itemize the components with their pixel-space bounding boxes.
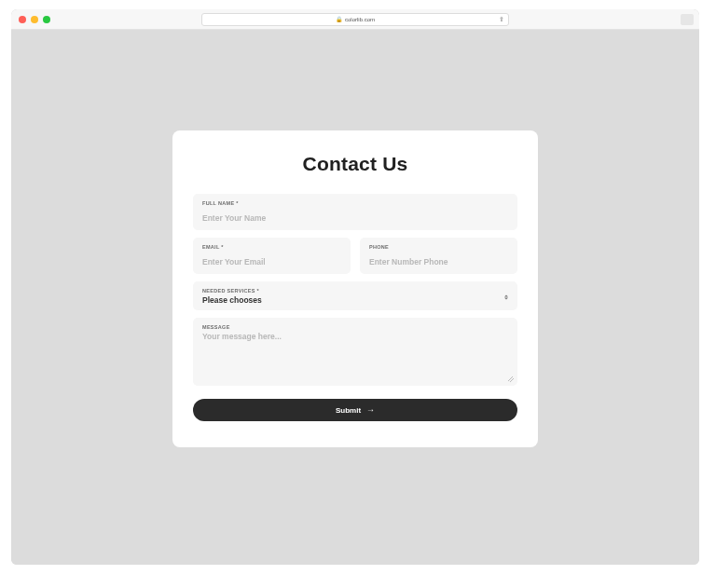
close-window-button[interactable] xyxy=(19,16,26,23)
email-field: EMAIL * xyxy=(193,238,351,274)
address-url: colorlib.com xyxy=(345,17,375,22)
tabs-button[interactable] xyxy=(681,14,694,25)
submit-button[interactable]: Submit → xyxy=(193,399,517,421)
submit-button-label: Submit xyxy=(336,406,361,415)
screenshot-root: 🔒 colorlib.com ⇪ Contact Us FULL NAME * … xyxy=(0,0,716,588)
message-label: MESSAGE xyxy=(202,324,508,330)
message-textarea[interactable] xyxy=(202,332,508,373)
arrow-right-icon: → xyxy=(366,406,375,415)
form-heading: Contact Us xyxy=(193,153,517,175)
select-chevron-icon xyxy=(504,294,508,299)
services-field[interactable]: NEEDED SERVICES * Please chooses xyxy=(193,281,517,310)
minimize-window-button[interactable] xyxy=(31,16,38,23)
services-selected: Please chooses xyxy=(202,295,508,305)
window-controls xyxy=(19,16,50,23)
contact-form-card: Contact Us FULL NAME * EMAIL * PHONE xyxy=(172,130,538,447)
message-field: MESSAGE xyxy=(193,318,517,386)
full-name-input[interactable] xyxy=(202,213,508,223)
email-phone-row: EMAIL * PHONE xyxy=(193,238,517,274)
address-bar[interactable]: 🔒 colorlib.com ⇪ xyxy=(201,13,509,26)
share-icon[interactable]: ⇪ xyxy=(499,16,504,23)
phone-field: PHONE xyxy=(360,238,517,274)
maximize-window-button[interactable] xyxy=(43,16,50,23)
browser-titlebar: 🔒 colorlib.com ⇪ xyxy=(11,9,699,30)
page-viewport: Contact Us FULL NAME * EMAIL * PHONE xyxy=(11,30,699,565)
phone-input[interactable] xyxy=(369,257,508,267)
email-label: EMAIL * xyxy=(202,244,341,250)
full-name-field: FULL NAME * xyxy=(193,194,517,230)
lock-icon: 🔒 xyxy=(336,16,342,22)
services-label: NEEDED SERVICES * xyxy=(202,288,508,294)
phone-label: PHONE xyxy=(369,244,508,250)
email-input[interactable] xyxy=(202,257,341,267)
browser-window: 🔒 colorlib.com ⇪ Contact Us FULL NAME * … xyxy=(11,9,699,565)
full-name-label: FULL NAME * xyxy=(202,200,508,206)
